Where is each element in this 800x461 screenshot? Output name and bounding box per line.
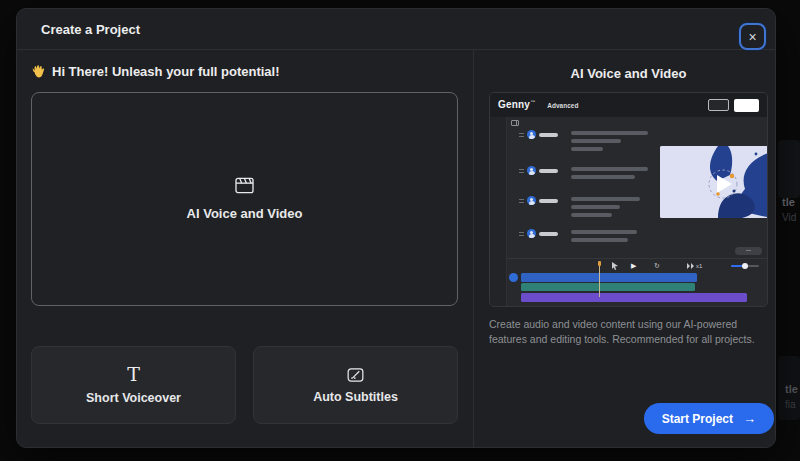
subtitles-edit-icon xyxy=(347,367,364,383)
drag-handle-icon xyxy=(519,199,524,205)
timeline-track-teal xyxy=(521,283,695,291)
background-card-edge xyxy=(778,140,800,198)
preview-primary-button xyxy=(734,99,759,112)
clapperboard-icon xyxy=(235,177,254,194)
modal-header: Create a Project xyxy=(17,9,775,50)
trademark-mark: ™ xyxy=(530,99,535,105)
timeline-track-purple xyxy=(521,293,747,302)
option-label: Auto Subtitles xyxy=(313,390,398,404)
loop-icon: ↻ xyxy=(654,261,660,271)
playback-toolbar: ▶ ↻ xyxy=(490,261,767,271)
timeline-track-blue xyxy=(521,273,697,282)
toolbar-divider xyxy=(507,258,767,259)
text-line-bars xyxy=(571,197,640,217)
hand-illustration xyxy=(660,146,768,218)
option-label: Short Voiceover xyxy=(86,391,181,405)
genny-app-preview: Genny™ Advanced xyxy=(489,92,768,307)
timeline-playhead xyxy=(599,264,600,297)
drag-handle-icon xyxy=(519,133,524,139)
collapse-panel-icon xyxy=(511,120,519,126)
option-ai-voice-and-video[interactable]: AI Voice and Video xyxy=(31,92,458,306)
preview-sidebar xyxy=(490,117,507,306)
script-row xyxy=(519,229,637,242)
preview-nav-advanced: Advanced xyxy=(547,102,578,109)
text-line-bars xyxy=(571,131,648,151)
video-preview-thumbnail xyxy=(660,146,768,218)
script-row xyxy=(519,130,648,151)
speaker-name-bar xyxy=(539,199,558,203)
project-description: Create audio and video content using our… xyxy=(489,317,768,346)
close-button[interactable]: × xyxy=(739,23,766,50)
genny-logo: Genny™ xyxy=(498,99,535,110)
greeting-heading: Hi There! Unleash your full potential! xyxy=(31,64,458,79)
modal-body: Hi There! Unleash your full potential! A… xyxy=(17,50,775,447)
playback-speed: x1 xyxy=(687,261,702,271)
text-icon: T xyxy=(127,365,140,384)
text-line-bars xyxy=(571,230,637,242)
preview-outline-button xyxy=(708,99,729,111)
option-auto-subtitles[interactable]: Auto Subtitles xyxy=(253,346,458,424)
preview-header: Genny™ Advanced xyxy=(490,93,767,117)
close-icon: × xyxy=(748,30,756,44)
speaker-name-bar xyxy=(539,169,558,173)
drag-handle-icon xyxy=(519,232,524,238)
start-project-label: Start Project xyxy=(662,412,733,426)
create-project-modal: Create a Project × Hi There! Unleash you… xyxy=(16,8,776,448)
start-project-button[interactable]: Start Project → xyxy=(644,403,774,434)
speaker-avatar xyxy=(527,130,536,139)
project-detail-panel: AI Voice and Video Genny™ Advanced xyxy=(474,50,775,447)
speaker-avatar xyxy=(527,196,536,205)
speaker-avatar xyxy=(527,166,536,175)
project-type-panel: Hi There! Unleash your full potential! A… xyxy=(17,50,474,447)
script-row xyxy=(519,196,640,217)
drag-handle-icon xyxy=(519,169,524,175)
option-short-voiceover[interactable]: T Short Voiceover xyxy=(31,346,236,424)
speaker-avatar xyxy=(527,229,536,238)
background-text-fragment: tle xyxy=(782,196,795,208)
script-row xyxy=(519,166,648,179)
play-icon: ▶ xyxy=(631,261,636,271)
fast-forward-icon xyxy=(687,263,694,269)
wave-emoji-icon xyxy=(31,64,46,79)
timeline-scroll-handle xyxy=(735,247,762,255)
greeting-text: Hi There! Unleash your full potential! xyxy=(52,64,280,79)
background-text-fragment: fia xyxy=(785,399,796,410)
timeline-speaker-avatar xyxy=(509,273,518,282)
option-label: AI Voice and Video xyxy=(187,206,303,221)
modal-title: Create a Project xyxy=(41,22,140,37)
detail-title: AI Voice and Video xyxy=(489,66,768,81)
background-text-fragment: Vid xyxy=(782,212,796,223)
cursor-tool-icon xyxy=(611,262,619,270)
text-line-bars xyxy=(571,167,648,179)
speaker-name-bar xyxy=(539,133,558,137)
arrow-right-icon: → xyxy=(743,411,756,426)
background-text-fragment: tle xyxy=(785,383,798,395)
speed-label: x1 xyxy=(696,261,702,271)
speaker-name-bar xyxy=(539,232,558,236)
zoom-slider xyxy=(731,265,759,267)
secondary-options-row: T Short Voiceover Auto Subtitles xyxy=(31,346,458,424)
